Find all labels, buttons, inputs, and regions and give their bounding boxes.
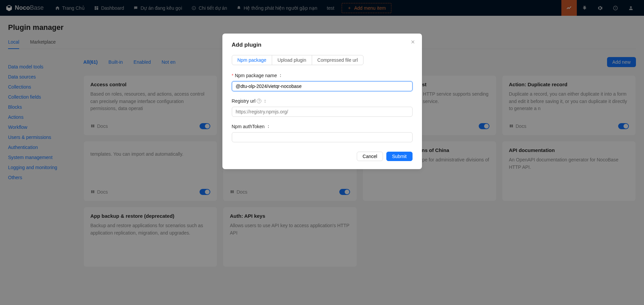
seg-upload[interactable]: Upload plugin [272, 55, 312, 65]
modal-title: Add plugin [232, 42, 413, 48]
submit-button[interactable]: Submit [386, 152, 413, 161]
modal-overlay[interactable]: Add plugin Npm package Upload plugin Com… [0, 0, 644, 274]
cancel-button[interactable]: Cancel [357, 152, 383, 161]
add-plugin-modal: Add plugin Npm package Upload plugin Com… [222, 34, 422, 169]
input-authtoken[interactable] [232, 132, 413, 142]
input-npm-name[interactable] [232, 81, 413, 91]
help-icon[interactable]: ? [257, 99, 261, 103]
seg-url[interactable]: Compressed file url [312, 55, 363, 65]
label-npm-name: *Npm package name： [232, 72, 413, 79]
close-icon [411, 40, 415, 44]
seg-npm[interactable]: Npm package [232, 55, 272, 65]
label-registry: Registry url?： [232, 98, 413, 104]
close-button[interactable] [411, 40, 415, 44]
segment-control: Npm package Upload plugin Compressed fil… [232, 55, 364, 65]
label-authtoken: Npm authToken： [232, 123, 413, 130]
input-registry[interactable] [232, 107, 413, 117]
